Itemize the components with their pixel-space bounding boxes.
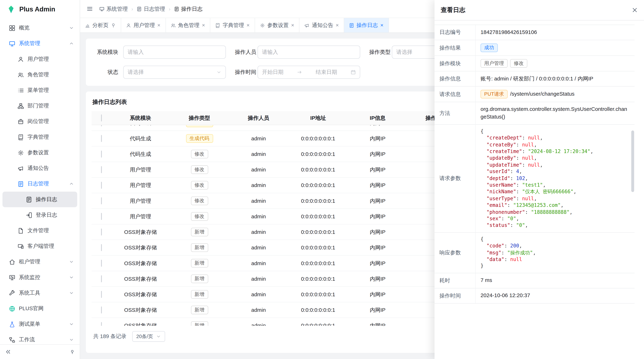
cell-type: 新增 xyxy=(170,306,229,314)
row-checkbox[interactable] xyxy=(101,182,102,189)
cell-ip: 0:0:0:0:0:0:0:1 xyxy=(288,125,348,126)
operation-type-badge: 修改 xyxy=(191,181,208,190)
filter-select[interactable]: 请选择 xyxy=(123,66,226,79)
tab-pin-icon[interactable] xyxy=(111,23,116,28)
sidebar-item[interactable]: 租户管理 xyxy=(2,254,77,270)
cell-ip: 0:0:0:0:0:0:0:1 xyxy=(288,213,348,219)
tools-icon xyxy=(9,290,15,296)
pin-sidebar-icon[interactable] xyxy=(70,349,75,354)
detail-text: 7 ms xyxy=(480,277,492,284)
row-checkbox[interactable] xyxy=(101,213,102,220)
cell-module: OSS对象存储 xyxy=(111,244,170,251)
filter-daterange[interactable]: 开始日期结束日期 xyxy=(258,66,360,79)
sidebar-item[interactable]: 测试菜单 xyxy=(2,316,77,332)
sidebar-item[interactable]: 客户端管理 xyxy=(2,238,77,254)
sidebar-item-label: 菜单管理 xyxy=(28,86,74,94)
sidebar-item[interactable]: 通知公告 xyxy=(2,160,77,176)
cell-module: OSS对象存储 xyxy=(111,275,170,283)
filter-text-input[interactable]: 请输入 xyxy=(258,45,360,59)
tab-close-icon[interactable]: × xyxy=(380,22,383,28)
app-title: Plus Admin xyxy=(19,6,55,13)
sidebar-item-label: 系统工具 xyxy=(19,289,65,297)
sidebar-item[interactable]: PLUS官网 xyxy=(2,301,77,316)
filter-label: 操作类型 xyxy=(369,48,392,56)
sidebar-item[interactable]: 部门管理 xyxy=(2,98,77,113)
tab-item[interactable]: 参数设置× xyxy=(255,18,300,32)
sidebar-item[interactable]: 文件管理 xyxy=(2,223,77,238)
scrollbar-thumb[interactable] xyxy=(631,130,634,192)
tab-label: 操作日志 xyxy=(356,21,378,29)
sidebar-item-label: 用户管理 xyxy=(28,55,74,63)
row-checkbox[interactable] xyxy=(101,307,102,314)
tab-close-icon[interactable]: × xyxy=(202,22,205,28)
chevron-down-icon xyxy=(156,334,161,339)
detail-label: 日志编号 xyxy=(434,25,476,40)
monitor2-icon xyxy=(9,274,15,280)
page-size-select[interactable]: 20条/页 xyxy=(132,331,165,342)
row-checkbox[interactable] xyxy=(101,260,102,267)
sidebar-item-label: 参数设置 xyxy=(28,149,74,156)
row-checkbox[interactable] xyxy=(101,322,102,326)
cell-type: 新增 xyxy=(170,228,229,236)
sidebar: Plus Admin 概览系统管理用户管理角色管理菜单管理部门管理岗位管理字典管… xyxy=(0,0,80,359)
sidebar-item[interactable]: 日志管理 xyxy=(2,176,77,192)
filter-text-input[interactable]: 请输入 xyxy=(123,45,226,59)
tab-item[interactable]: 字典管理× xyxy=(210,18,255,32)
close-icon[interactable] xyxy=(632,7,638,13)
row-checkbox[interactable] xyxy=(101,197,102,204)
breadcrumb-item[interactable]: 日志管理 xyxy=(137,5,165,12)
sidebar-item[interactable]: 菜单管理 xyxy=(2,82,77,98)
sidebar-item[interactable]: 用户管理 xyxy=(2,51,77,67)
row-checkbox[interactable] xyxy=(101,244,102,251)
monitor-icon xyxy=(9,40,15,46)
tab-item[interactable]: 通知公告× xyxy=(300,18,344,32)
tab-item[interactable]: 用户管理× xyxy=(121,18,166,32)
sidebar-item[interactable]: 角色管理 xyxy=(2,67,77,82)
row-checkbox[interactable] xyxy=(101,125,102,126)
sidebar-item[interactable]: 岗位管理 xyxy=(2,114,77,129)
hamburger-icon[interactable] xyxy=(86,6,93,12)
drawer-header: 查看日志 xyxy=(434,0,644,20)
tab-item[interactable]: 分析页 xyxy=(80,18,121,32)
sidebar-item-label: 系统管理 xyxy=(19,40,65,47)
operation-type-badge: 修改 xyxy=(191,165,208,174)
row-checkbox[interactable] xyxy=(101,151,102,157)
row-checkbox[interactable] xyxy=(101,229,102,235)
sidebar-item[interactable]: 登录日志 xyxy=(2,207,77,223)
breadcrumb-item[interactable]: 操作日志 xyxy=(174,5,202,12)
sidebar-item[interactable]: 系统管理 xyxy=(2,36,77,51)
row-checkbox[interactable] xyxy=(101,291,102,298)
row-checkbox[interactable] xyxy=(101,275,102,282)
tab-close-icon[interactable]: × xyxy=(157,22,160,28)
filter-label: 状态 xyxy=(92,68,123,76)
row-checkbox[interactable] xyxy=(101,166,102,173)
tab-label: 用户管理 xyxy=(134,21,155,29)
tab-close-icon[interactable]: × xyxy=(336,22,339,28)
tab-item[interactable]: 角色管理× xyxy=(166,18,210,32)
tab-close-icon[interactable]: × xyxy=(291,22,294,28)
cell-operator: admin xyxy=(229,151,288,157)
detail-value: 账号: admin / 研发部门 / 0:0:0:0:0:0:0:1 / 内网I… xyxy=(476,71,635,86)
chevron-down-icon xyxy=(69,337,74,342)
sidebar-item-label: 工作流 xyxy=(19,336,65,344)
sidebar-item[interactable]: 概览 xyxy=(2,20,77,35)
sidebar-item[interactable]: 系统工具 xyxy=(2,285,77,301)
cell-module: OSS对象存储 xyxy=(111,322,170,326)
sidebar-item[interactable]: 参数设置 xyxy=(2,145,77,160)
collapse-sidebar-icon[interactable] xyxy=(5,349,11,355)
row-checkbox-cell xyxy=(92,167,111,173)
sidebar-item[interactable]: 工作流 xyxy=(2,332,77,344)
cell-operator: admin xyxy=(229,245,288,251)
sidebar-item-label: 概览 xyxy=(19,24,65,31)
sidebar-item[interactable]: 操作日志 xyxy=(2,192,77,207)
monitor-icon xyxy=(100,6,104,11)
tab-active[interactable]: 操作日志× xyxy=(344,18,389,32)
row-checkbox[interactable] xyxy=(101,135,102,142)
tab-close-icon[interactable]: × xyxy=(246,22,250,28)
cell-operator: admin xyxy=(229,182,288,188)
breadcrumb-item[interactable]: 系统管理 xyxy=(100,5,128,12)
sidebar-item[interactable]: 字典管理 xyxy=(2,129,77,145)
select-all-checkbox[interactable] xyxy=(101,114,102,121)
sidebar-item[interactable]: 系统监控 xyxy=(2,270,77,285)
cell-operator: admin xyxy=(229,291,288,297)
